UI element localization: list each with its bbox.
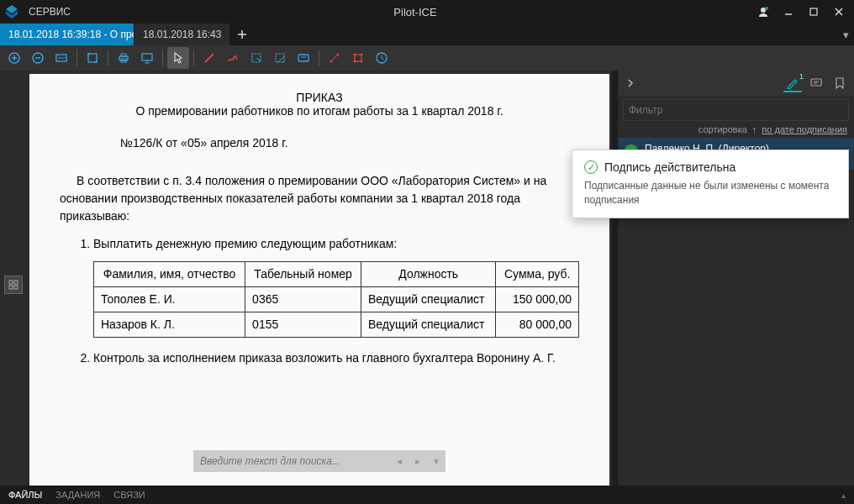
doc-subtitle: О премировании работников по итогам рабо… [29,104,609,118]
measure-line-tool[interactable] [324,47,345,69]
tooltip-title: Подпись действительна [604,160,735,174]
titlebar: СЕРВИС Pilot-ICE [0,0,854,24]
table-cell: Тополев Е. И. [94,287,245,312]
sort-link[interactable]: по дате подписания [762,124,847,134]
svg-line-32 [331,55,338,61]
svg-point-34 [354,54,356,56]
signatures-panel: 1 сортировка ↑ по дате подписания ✓ Павл… [617,71,854,486]
svg-rect-40 [14,281,18,284]
svg-point-35 [361,54,363,56]
svg-marker-0 [6,5,18,13]
pointer-tool[interactable] [167,47,189,69]
user-status-icon[interactable] [751,3,775,21]
freehand-tool[interactable] [222,47,244,69]
svg-rect-21 [142,54,152,60]
thumbnail-panel-toggle[interactable] [4,276,23,294]
bottom-tab-files[interactable]: ФАЙЛЫ [8,490,42,500]
doc-number: №126/К от «05» апреля 2018 г. [120,134,579,152]
filter-input[interactable] [624,104,848,116]
close-button[interactable] [827,3,851,21]
svg-point-37 [361,60,363,63]
search-prev-button[interactable]: ◂ [390,455,409,467]
bottom-tab-tasks[interactable]: ЗАДАНИЯ [55,490,100,500]
fit-page-button[interactable] [82,47,103,69]
main-area: ПРИКАЗ О премировании работников по итог… [0,71,854,486]
select-area-tool[interactable] [245,47,267,69]
note-tool[interactable] [293,47,314,69]
table-cell: 0365 [245,287,361,312]
table-header: Фамилия, имя, отчество [94,262,245,287]
signatures-tab[interactable]: 1 [783,74,802,92]
document-search-bar: ◂ ▸ ▾ [193,450,445,472]
history-button[interactable] [371,47,393,69]
toolbar-separator [162,50,163,66]
measure-area-tool[interactable] [347,47,369,69]
svg-rect-19 [121,54,126,56]
svg-line-27 [278,56,284,62]
table-row: Назаров К. Л. 0155 Ведущий специалист 80… [94,312,579,338]
document-tabs: 18.01.2018 16:39:18 - О пре... 18.01.201… [0,24,854,45]
stamp-tool[interactable] [269,47,291,69]
pencil-tool[interactable] [198,47,220,69]
doc-list-item-2: Контроль за исполнением приказа возложит… [93,349,579,367]
svg-rect-42 [14,286,18,289]
toolbar-separator [319,50,319,66]
maximize-button[interactable] [802,3,825,21]
sort-row: сортировка ↑ по дате подписания [618,123,854,138]
table-cell: Ведущий специалист [361,312,495,338]
svg-point-36 [354,60,356,63]
menu-service[interactable]: СЕРВИС [20,6,79,18]
toolbar-separator [76,50,77,66]
panel-header: 1 [618,71,854,96]
employee-table: Фамилия, имя, отчество Табельный номер Д… [93,261,579,338]
svg-rect-5 [810,8,817,15]
fit-width-button[interactable] [50,47,72,69]
svg-rect-43 [811,79,821,86]
bottom-tab-links[interactable]: СВЯЗИ [113,490,145,500]
svg-rect-17 [88,54,97,62]
viewer-toolbar [0,45,854,71]
minimize-button[interactable] [777,3,800,21]
tab-document-1[interactable]: 18.01.2018 16:43 [134,24,230,45]
table-cell: 80 000,00 [496,312,579,338]
table-row: Тополев Е. И. 0365 Ведущий специалист 15… [94,287,579,312]
signatures-count-badge: 1 [799,72,804,81]
doc-title: ПРИКАЗ [29,91,609,104]
table-header: Должность [361,262,495,287]
filter-container [623,99,849,121]
tab-add-button[interactable] [230,24,254,45]
search-input[interactable] [193,455,390,467]
svg-rect-39 [9,281,13,284]
doc-paragraph-1: В соответствии с п. 3.4 положения о прем… [60,172,579,225]
tab-overflow-button[interactable]: ▾ [843,24,849,45]
presentation-button[interactable] [136,47,158,69]
tooltip-body: Подписанные данные не были изменены с мо… [584,179,836,207]
svg-point-3 [765,7,768,10]
table-header: Сумма, руб. [496,262,579,287]
print-button[interactable] [113,47,134,69]
svg-rect-41 [9,286,13,289]
check-ok-icon: ✓ [584,160,598,174]
zoom-out-button[interactable] [27,47,49,69]
bookmarks-tab[interactable] [830,74,849,92]
document-page: ПРИКАЗ О премировании работников по итог… [29,74,609,486]
panel-collapse-button[interactable] [623,76,638,91]
tab-document-0[interactable]: 18.01.2018 16:39:18 - О пре... [0,24,134,45]
zoom-in-button[interactable] [3,47,25,69]
sort-label: сортировка [698,124,747,134]
search-next-button[interactable]: ▸ [409,455,427,467]
table-cell: 0155 [245,312,361,338]
table-header: Табельный номер [245,262,361,287]
svg-line-24 [205,54,214,62]
bottom-tabs: ФАЙЛЫ ЗАДАНИЯ СВЯЗИ ▴ [0,486,854,504]
table-cell: 150 000,00 [496,287,579,312]
left-gutter [0,71,27,486]
doc-list-item-1: Выплатить денежную премию следующим рабо… [93,235,579,253]
svg-rect-28 [298,55,308,61]
app-logo-icon [3,3,20,20]
chevron-up-icon[interactable]: ▴ [841,491,846,500]
search-options-button[interactable]: ▾ [427,455,445,467]
comments-tab[interactable] [807,74,825,92]
document-viewport[interactable]: ПРИКАЗ О премировании работников по итог… [27,71,612,486]
table-header-row: Фамилия, имя, отчество Табельный номер Д… [94,262,579,287]
